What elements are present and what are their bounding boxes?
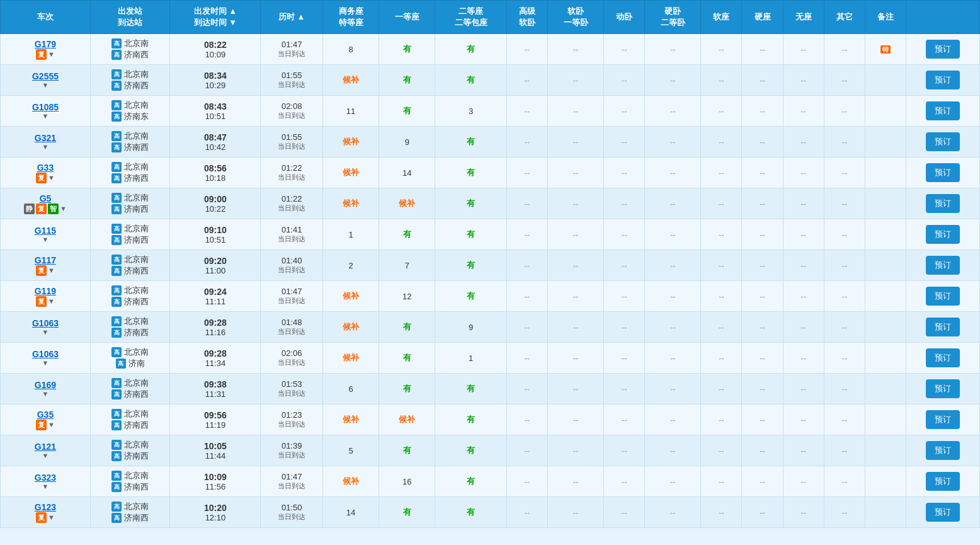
duration-cell: 01:53 当日到达 [261,374,323,404]
depart-time: 09:28 [173,348,258,359]
train-number-link[interactable]: G2555 [32,71,59,81]
seat-dash: -- [525,76,530,85]
seat-advanced-sleeper: -- [506,466,547,497]
seat-dash: -- [525,230,530,239]
train-number-cell: G115 ▼ [1,219,91,250]
col-header-soft-sleeper: 软卧一等卧 [547,1,603,34]
dropdown-arrow[interactable]: ▼ [42,359,49,367]
station-from-icon: 高 [111,502,122,512]
station-from: 北京南 [124,161,149,173]
seat-second: 有 [435,497,506,528]
train-number-link[interactable]: G35 [37,410,54,420]
seat-soft-seat: -- [701,96,742,127]
dropdown-arrow[interactable]: ▼ [48,513,55,521]
book-button[interactable]: 预订 [926,503,960,522]
train-number-cell: G321 ▼ [1,127,91,158]
dropdown-arrow[interactable]: ▼ [42,390,49,398]
col-header-duration[interactable]: 历时 ▲ [261,1,323,34]
train-tag: 复 [36,204,47,214]
train-number-link[interactable]: G169 [35,380,56,390]
duration-cell: 01:55 当日到达 [261,65,323,96]
dropdown-arrow[interactable]: ▼ [48,267,55,274]
dropdown-arrow[interactable]: ▼ [42,81,49,89]
seat-no-seat: -- [783,374,824,404]
seat-first: 有 [379,96,435,127]
seat-dash: -- [670,384,676,394]
dropdown-arrow[interactable]: ▼ [42,328,49,336]
book-button[interactable]: 预订 [926,101,960,120]
station-to: 济南西 [124,450,149,462]
seat-no-seat: -- [783,219,824,250]
seat-dash: -- [760,261,765,270]
train-number-link[interactable]: G123 [35,502,56,512]
dropdown-arrow[interactable]: ▼ [42,483,49,490]
arrive-time: 11:19 [173,420,258,430]
seat-dash: -- [573,261,579,270]
station-cell: 高 北京南 高 济南西 [90,158,169,188]
book-button[interactable]: 预订 [926,71,960,89]
train-number-link[interactable]: G179 [35,39,56,49]
seat-dash: -- [670,168,676,178]
book-button[interactable]: 预订 [926,318,960,336]
seat-first: 12 [379,281,435,312]
station-to-icon: 高 [111,142,122,152]
dropdown-arrow[interactable]: ▼ [42,112,49,120]
book-button[interactable]: 预订 [926,441,960,460]
col-header-time[interactable]: 出发时间 ▲到达时间 ▼ [170,1,261,34]
train-number-link[interactable]: G1063 [32,318,59,328]
dropdown-arrow[interactable]: ▼ [42,236,49,243]
seat-count: 2 [348,261,353,270]
book-button[interactable]: 预订 [926,225,960,244]
duration-note: 当日到达 [263,111,320,120]
dropdown-arrow[interactable]: ▼ [42,143,49,151]
dropdown-arrow[interactable]: ▼ [42,452,49,459]
book-button[interactable]: 预订 [926,379,960,398]
time-cell: 09:56 11:19 [170,404,261,435]
train-number-link[interactable]: G119 [35,286,56,296]
train-number-link[interactable]: G117 [35,255,56,265]
station-to: 济南西 [124,204,149,215]
book-button[interactable]: 预订 [926,287,960,306]
station-from: 北京南 [124,100,149,111]
table-row: G179 复▼ 高 北京南 高 济南西 08:22 10:09 01:47 当日… [1,34,980,65]
train-number-link[interactable]: G1063 [32,349,59,359]
dropdown-arrow[interactable]: ▼ [48,50,55,58]
train-number-link[interactable]: G121 [35,442,56,452]
book-button[interactable]: 预订 [926,163,960,182]
seat-business: 6 [322,374,379,404]
train-number-link[interactable]: G115 [35,226,56,236]
dropdown-arrow[interactable]: ▼ [48,297,55,305]
train-number-link[interactable]: G1085 [32,102,59,112]
book-button[interactable]: 预订 [926,40,960,59]
train-number-link[interactable]: G33 [37,163,54,173]
note-cell [865,374,906,404]
dropdown-arrow[interactable]: ▼ [48,421,55,428]
book-button[interactable]: 预订 [926,410,960,429]
seat-other: -- [824,466,865,497]
train-number-link[interactable]: G321 [35,133,56,143]
seat-hard-sleeper: -- [645,219,701,250]
seat-soft-seat: -- [701,34,742,65]
station-to: 济南西 [124,234,149,246]
seat-dash: -- [841,323,847,332]
table-row: G321 ▼ 高 北京南 高 济南西 08:47 10:42 01:55 当日到… [1,127,980,158]
book-button[interactable]: 预订 [926,132,960,151]
book-button[interactable]: 预订 [926,194,960,213]
seat-dash: -- [841,168,847,178]
train-number-link[interactable]: G323 [35,473,56,483]
dropdown-arrow[interactable]: ▼ [60,205,67,212]
book-button[interactable]: 预订 [926,472,960,491]
note-cell [865,312,906,343]
seat-moving-sleeper: -- [604,497,645,528]
seat-dash: -- [573,168,579,178]
table-row: G119 复▼ 高 北京南 高 济南西 09:24 11:11 01:47 当日… [1,281,980,312]
book-button[interactable]: 预订 [926,348,960,367]
station-to-icon: 高 [111,451,122,461]
train-tag: 复 [36,49,47,60]
book-button[interactable]: 预订 [926,256,960,275]
seat-dash: -- [801,45,806,54]
seat-available: 有 [467,168,475,177]
train-number-link[interactable]: G5 [40,193,52,204]
dropdown-arrow[interactable]: ▼ [48,174,55,181]
seat-dash: -- [801,446,806,456]
